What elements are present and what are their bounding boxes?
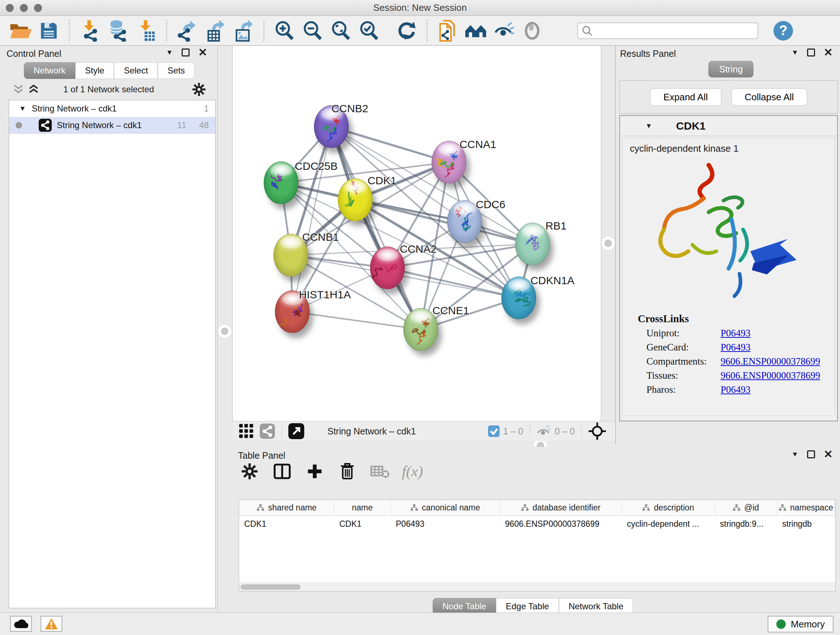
column-header-database-identifier[interactable]: database identifier <box>500 500 622 516</box>
eye-hidden-icon[interactable] <box>537 425 551 437</box>
gene-section-header[interactable]: ▼ CDK1 <box>620 116 837 136</box>
crosslink-link[interactable]: 9606.ENSP00000378699 <box>721 370 820 381</box>
table-cell[interactable]: stringdb <box>777 516 835 532</box>
node-label-cdk1: CDK1 <box>368 174 396 187</box>
node-label-ccnb2: CCNB2 <box>332 103 368 115</box>
zoom-out-button[interactable] <box>298 19 327 42</box>
crosslinks-heading: CrossLinks <box>638 313 835 325</box>
share-badge-icon[interactable] <box>260 424 275 439</box>
section-expander-icon[interactable]: ▼ <box>645 122 652 130</box>
tab-style[interactable]: Style <box>75 62 114 79</box>
table-cell[interactable]: cyclin-dependent ... <box>622 516 715 532</box>
application-window: Session: New Session <box>0 0 840 635</box>
network-node-cdc25b[interactable] <box>264 162 298 204</box>
scrollbar-thumb[interactable] <box>240 584 301 590</box>
close-panel-icon[interactable]: ✕ <box>824 49 833 57</box>
horizontal-scrollbar[interactable] <box>239 583 835 591</box>
network-edge[interactable] <box>292 312 421 329</box>
warning-button[interactable] <box>41 616 62 632</box>
tab-sets[interactable]: Sets <box>158 62 195 79</box>
table-panel-title: Table Panel <box>238 450 286 461</box>
column-header-namespace[interactable]: namespace <box>777 500 835 516</box>
add-icon[interactable] <box>305 461 325 481</box>
network-tree-root-row[interactable]: ▼ String Network – cdk1 1 <box>9 100 215 117</box>
import-table-button[interactable] <box>132 19 160 42</box>
table-cell[interactable]: 9606.ENSP00000378699 <box>500 516 622 532</box>
float-panel-icon[interactable] <box>807 49 815 57</box>
column-header-description[interactable]: description <box>622 500 715 516</box>
export-image-button[interactable] <box>229 19 257 42</box>
gene-section: ▼ CDK1 cyclin-dependent kinase 1 <box>619 115 838 421</box>
hierarchy-icon <box>778 504 786 512</box>
close-panel-icon[interactable]: ✕ <box>824 450 833 458</box>
search-input[interactable] <box>592 26 748 36</box>
network-node-rb1[interactable] <box>515 223 550 265</box>
panel-menu-icon[interactable]: ▼ <box>791 49 798 57</box>
left-splitter-handle[interactable] <box>221 328 228 335</box>
node-label-cdc6: CDC6 <box>476 198 505 211</box>
selected-checkbox-icon[interactable] <box>488 425 500 437</box>
table-cell[interactable]: P06493 <box>391 516 500 532</box>
cloud-button[interactable] <box>10 616 32 632</box>
collapse-all-button[interactable]: Collapse All <box>731 88 807 106</box>
node-label-ccna2: CCNA2 <box>400 243 437 255</box>
float-panel-icon[interactable] <box>807 450 815 458</box>
crosslink-link[interactable]: P06493 <box>721 328 751 339</box>
panel-menu-icon[interactable]: ▼ <box>791 450 798 458</box>
open-new-window-icon[interactable] <box>288 423 304 439</box>
status-bar: Memory <box>0 613 840 635</box>
table-cell[interactable]: CDK1 <box>334 516 391 532</box>
panel-menu-icon[interactable]: ▼ <box>166 49 173 57</box>
network-collection-label: String Network – cdk1 <box>32 103 117 114</box>
network-edge[interactable] <box>387 268 519 298</box>
show-all-button[interactable] <box>518 19 546 42</box>
column-header--id[interactable]: @id <box>715 500 777 516</box>
grid-icon[interactable] <box>239 424 254 439</box>
import-network-file-button[interactable] <box>76 19 104 42</box>
first-neighbors-button[interactable] <box>462 19 490 42</box>
expand-all-button[interactable]: Expand All <box>650 88 722 106</box>
network-edge[interactable] <box>332 127 449 162</box>
table-cell[interactable]: CDK1 <box>239 516 334 532</box>
column-header-shared-name[interactable]: shared name <box>239 500 334 516</box>
table-cell[interactable]: stringdb:9... <box>715 516 777 532</box>
crosslink-link[interactable]: P06493 <box>721 342 751 353</box>
column-header-name[interactable]: name <box>334 500 391 516</box>
tree-expander-icon[interactable]: ▼ <box>19 105 26 112</box>
table-row[interactable]: CDK1CDK1P064939606.ENSP00000378699cyclin… <box>239 516 835 532</box>
delete-table-icon[interactable] <box>370 461 390 481</box>
table-header-row: shared namenamecanonical namedatabase id… <box>239 500 835 516</box>
help-button[interactable]: ? <box>774 21 793 41</box>
tab-network[interactable]: Network <box>24 62 75 79</box>
network-from-selection-button[interactable] <box>433 19 462 42</box>
hide-selection-button[interactable] <box>490 19 518 42</box>
memory-button[interactable]: Memory <box>767 616 834 632</box>
crosslink-link[interactable]: P06493 <box>721 384 751 395</box>
columns-icon[interactable] <box>272 461 292 481</box>
right-splitter-handle[interactable] <box>605 240 612 247</box>
close-panel-icon[interactable]: ✕ <box>198 49 207 57</box>
trash-icon[interactable] <box>337 461 357 481</box>
network-canvas[interactable]: CCNB2CCNA1CDC25BCDK1CDC6RB1CCNB1CCNA2CDK… <box>232 46 601 421</box>
import-network-database-button[interactable] <box>104 19 132 42</box>
crosslink-link[interactable]: 9606.ENSP00000378699 <box>721 356 820 367</box>
save-session-button[interactable] <box>35 19 63 42</box>
zoom-fit-button[interactable] <box>327 19 355 42</box>
zoom-in-button[interactable] <box>270 19 298 42</box>
tab-string[interactable]: String <box>708 61 753 78</box>
gear-icon[interactable] <box>240 461 260 481</box>
function-icon[interactable]: f(x) <box>402 461 423 481</box>
apply-layout-button[interactable] <box>393 19 421 42</box>
column-header-canonical-name[interactable]: canonical name <box>391 500 500 516</box>
zoom-selected-button[interactable] <box>355 19 383 42</box>
search-field[interactable] <box>577 22 758 39</box>
tab-select[interactable]: Select <box>114 62 158 79</box>
export-network-button[interactable] <box>173 19 201 42</box>
float-panel-icon[interactable] <box>182 49 189 57</box>
protein-thumbnail <box>264 162 298 204</box>
open-session-button[interactable] <box>6 19 35 42</box>
network-tree-row-selected[interactable]: String Network – cdk1 11 48 <box>9 117 215 134</box>
crosshair-icon[interactable] <box>588 422 606 440</box>
export-table-button[interactable] <box>201 19 229 42</box>
gear-icon[interactable] <box>192 82 206 96</box>
